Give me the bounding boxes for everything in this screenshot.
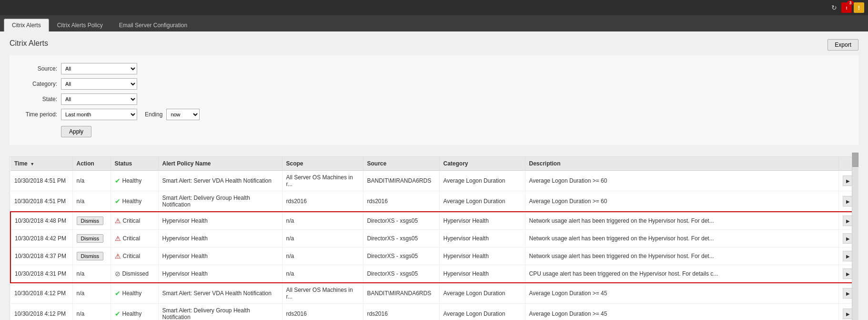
cell-scope: n/a bbox=[282, 212, 363, 230]
cell-source: BANDIT\MIRANDA6RDS bbox=[363, 283, 439, 304]
cell-time: 10/30/2018 4:51 PM bbox=[10, 171, 72, 191]
cell-category: Hypervisor Health bbox=[439, 212, 525, 230]
check-icon: ✔ bbox=[115, 197, 121, 205]
tab-citrix-alerts-policy[interactable]: Citrix Alerts Policy bbox=[49, 19, 111, 31]
alert-badge[interactable]: ! 3 bbox=[841, 2, 852, 13]
apply-button[interactable]: Apply bbox=[61, 126, 91, 137]
cell-scope: rds2016 bbox=[282, 304, 363, 320]
cell-policy: Hypervisor Health bbox=[158, 212, 282, 230]
cell-action: n/a bbox=[72, 304, 111, 320]
cell-time: 10/30/2018 4:31 PM bbox=[10, 265, 72, 283]
th-source[interactable]: Source bbox=[363, 157, 439, 171]
cell-description: Average Logon Duration >= 60 bbox=[525, 191, 839, 212]
category-filter-row: Category: All bbox=[19, 78, 849, 90]
cell-action: n/a bbox=[72, 191, 111, 212]
cell-status: ⚠Critical bbox=[111, 212, 158, 230]
category-select[interactable]: All bbox=[61, 78, 137, 90]
th-time[interactable]: Time ▼ bbox=[10, 157, 72, 171]
warning-icon[interactable]: ! bbox=[854, 2, 864, 13]
dismiss-button[interactable]: Dismiss bbox=[77, 234, 104, 243]
cell-source: rds2016 bbox=[363, 304, 439, 320]
th-action[interactable]: Action bbox=[72, 157, 111, 171]
cell-source: DirectorXS - xsgs05 bbox=[363, 230, 439, 248]
cell-action[interactable]: Dismiss bbox=[72, 230, 111, 248]
timeperiod-label: Time period: bbox=[19, 111, 57, 118]
cell-time: 10/30/2018 4:12 PM bbox=[10, 283, 72, 304]
status-text: Critical bbox=[123, 235, 141, 242]
status-text: Critical bbox=[123, 217, 141, 224]
cell-time: 10/30/2018 4:37 PM bbox=[10, 248, 72, 265]
alert-count: 3 bbox=[847, 0, 854, 5]
dismissed-icon: ⊘ bbox=[115, 270, 121, 278]
page-header: Citrix Alerts Export bbox=[10, 39, 858, 55]
cell-category: Hypervisor Health bbox=[439, 248, 525, 265]
dismiss-button[interactable]: Dismiss bbox=[77, 252, 104, 260]
cell-source: DirectorXS - xsgs05 bbox=[363, 265, 439, 283]
th-scope[interactable]: Scope bbox=[282, 157, 363, 171]
cell-policy: Smart Alert: Server VDA Health Notificat… bbox=[158, 283, 282, 304]
tab-email-server-config[interactable]: Email Server Configuration bbox=[111, 19, 195, 31]
cell-description: Average Logon Duration >= 60 bbox=[525, 171, 839, 191]
cell-status: ⚠Critical bbox=[111, 248, 158, 265]
table-scrollbar[interactable] bbox=[852, 153, 858, 320]
th-status[interactable]: Status bbox=[111, 157, 158, 171]
cell-source: rds2016 bbox=[363, 191, 439, 212]
cell-description: Network usage alert has been triggered o… bbox=[525, 230, 839, 248]
sort-arrow-time: ▼ bbox=[30, 162, 34, 166]
cell-source: DirectorXS - xsgs05 bbox=[363, 212, 439, 230]
source-filter-row: Source: All bbox=[19, 63, 849, 74]
th-category[interactable]: Category bbox=[439, 157, 525, 171]
cell-policy: Smart Alert: Delivery Group Health Notif… bbox=[158, 191, 282, 212]
status-text: Healthy bbox=[122, 198, 142, 205]
check-icon: ✔ bbox=[115, 289, 121, 297]
cell-status: ✔Healthy bbox=[111, 171, 158, 191]
table-row: 10/30/2018 4:12 PMn/a✔HealthySmart Alert… bbox=[10, 283, 858, 304]
ending-label: Ending bbox=[145, 111, 162, 118]
table-row: 10/30/2018 4:12 PMn/a✔HealthySmart Alert… bbox=[10, 304, 858, 320]
cell-category: Average Logon Duration bbox=[439, 283, 525, 304]
cell-time: 10/30/2018 4:48 PM bbox=[10, 212, 72, 230]
timeperiod-select[interactable]: Last month Last week Last day Last hour bbox=[61, 109, 137, 120]
dismiss-button[interactable]: Dismiss bbox=[77, 217, 104, 225]
critical-icon: ⚠ bbox=[115, 217, 121, 225]
check-icon: ✔ bbox=[115, 177, 121, 185]
table-row: 10/30/2018 4:51 PMn/a✔HealthySmart Alert… bbox=[10, 171, 858, 191]
filter-panel: Source: All Category: All State: All Tim… bbox=[10, 55, 858, 145]
cell-category: Average Logon Duration bbox=[439, 304, 525, 320]
cell-action: n/a bbox=[72, 283, 111, 304]
status-text: Healthy bbox=[122, 290, 142, 297]
cell-category: Hypervisor Health bbox=[439, 265, 525, 283]
th-description[interactable]: Description bbox=[525, 157, 839, 171]
category-label: Category: bbox=[19, 81, 57, 87]
cell-policy: Smart Alert: Server VDA Health Notificat… bbox=[158, 171, 282, 191]
source-label: Source: bbox=[19, 65, 57, 72]
cell-description: CPU usage alert has been triggered on th… bbox=[525, 265, 839, 283]
tab-citrix-alerts[interactable]: Citrix Alerts bbox=[4, 19, 49, 31]
cell-category: Average Logon Duration bbox=[439, 171, 525, 191]
cell-action[interactable]: Dismiss bbox=[72, 248, 111, 265]
cell-action: n/a bbox=[72, 171, 111, 191]
cell-time: 10/30/2018 4:12 PM bbox=[10, 304, 72, 320]
export-button[interactable]: Export bbox=[828, 39, 858, 51]
th-policy[interactable]: Alert Policy Name bbox=[158, 157, 282, 171]
alerts-table-container: Time ▼ Action Status Alert Policy Name bbox=[10, 156, 858, 320]
cell-action[interactable]: Dismiss bbox=[72, 212, 111, 230]
table-wrapper: Time ▼ Action Status Alert Policy Name bbox=[10, 153, 858, 320]
cell-policy: Hypervisor Health bbox=[158, 248, 282, 265]
scrollbar-thumb[interactable] bbox=[852, 153, 858, 167]
cell-policy: Hypervisor Health bbox=[158, 230, 282, 248]
cell-scope: n/a bbox=[282, 265, 363, 283]
cell-description: Network usage alert has been triggered o… bbox=[525, 212, 839, 230]
critical-icon: ⚠ bbox=[115, 252, 121, 260]
source-select[interactable]: All bbox=[61, 63, 137, 74]
status-text: Healthy bbox=[122, 177, 142, 184]
table-header-row: Time ▼ Action Status Alert Policy Name bbox=[10, 157, 858, 171]
cell-scope: rds2016 bbox=[282, 191, 363, 212]
refresh-icon[interactable]: ↻ bbox=[829, 2, 839, 13]
state-select[interactable]: All bbox=[61, 93, 137, 105]
main-content: Citrix Alerts Export Source: All Categor… bbox=[0, 31, 868, 320]
ending-select[interactable]: now bbox=[166, 109, 200, 120]
status-text: Dismissed bbox=[122, 270, 149, 277]
cell-scope: n/a bbox=[282, 248, 363, 265]
page-title: Citrix Alerts bbox=[10, 39, 48, 48]
